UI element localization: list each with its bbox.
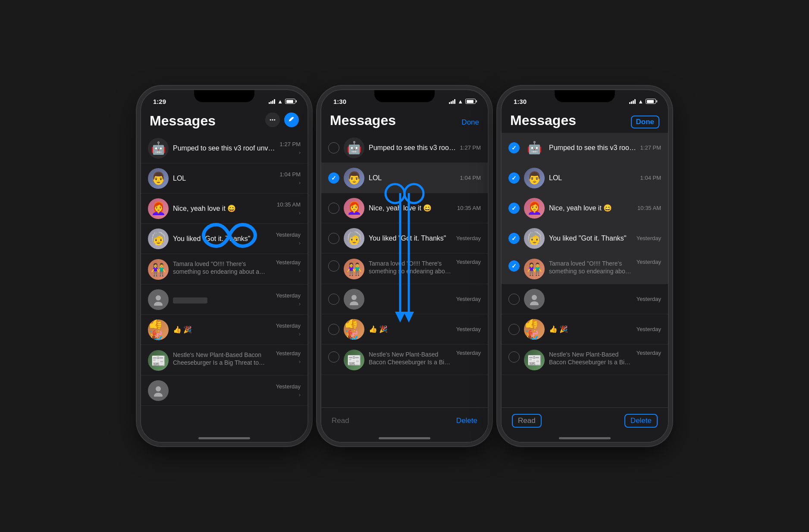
message-item-1-5[interactable]: 👫 Tamara loved "O!!!! There's something …: [141, 254, 307, 285]
msg-content-2-5: Tamara loved "O!!!! There's something so…: [369, 259, 453, 275]
messages-header-1: Messages: [141, 109, 307, 133]
svg-point-16: [530, 301, 539, 305]
avatar-3-1: 🤖: [524, 138, 545, 158]
message-item-2-6[interactable]: Yesterday: [321, 284, 488, 314]
message-item-3-1[interactable]: 🤖 Pumped to see this v3 roof unveil! 1:2…: [502, 133, 668, 163]
person-icon-3-6: [528, 293, 540, 305]
chevron-icon-1-5: ›: [299, 267, 301, 274]
select-circle-3-8[interactable]: [508, 351, 520, 363]
message-item-3-3[interactable]: 👩‍🦰 Nice, yeah love it 😄 10:35 AM: [502, 193, 668, 223]
select-circle-3-3[interactable]: [508, 203, 520, 214]
msg-content-1-6: [173, 296, 273, 304]
msg-meta-3-7: Yesterday: [637, 326, 661, 332]
svg-point-14: [350, 301, 358, 305]
person-icon-1-9: [152, 385, 164, 397]
msg-content-1-1: Pumped to see this v3 roof unveil!: [173, 144, 276, 152]
msg-name-1-3: Nice, yeah love it 😄: [173, 204, 273, 213]
time-3: 1:30: [514, 98, 527, 105]
message-item-1-7[interactable]: 👍🎉 👍 🎉 Yesterday ›: [141, 315, 307, 345]
delete-button-3[interactable]: Delete: [624, 414, 658, 428]
select-circle-3-5[interactable]: [508, 260, 520, 272]
message-item-2-5[interactable]: 👫 Tamara loved "O!!!! There's something …: [321, 253, 488, 284]
msg-content-2-7: 👍 🎉: [369, 325, 453, 333]
done-button-2[interactable]: Done: [461, 118, 479, 128]
msg-meta-1-2: 1:04 PM ›: [280, 171, 301, 186]
message-item-2-4[interactable]: 🧓 You liked "Got it. Thanks" Yesterday: [321, 223, 488, 253]
msg-meta-3-2: 1:04 PM: [640, 175, 661, 181]
msg-meta-2-5: Yesterday: [456, 259, 481, 265]
avatar-2-5: 👫: [344, 259, 364, 279]
avatar-1-4: 🧓: [148, 228, 169, 249]
avatar-3-5: 👫: [524, 259, 545, 279]
select-circle-2-2[interactable]: [328, 172, 339, 184]
message-item-2-3[interactable]: 👩‍🦰 Nice, yeah love it 😄 10:35 AM: [321, 193, 488, 223]
message-item-1-9[interactable]: Yesterday ›: [141, 376, 307, 406]
read-button-2[interactable]: Read: [332, 416, 349, 425]
wifi-icon-2: ▲: [458, 98, 463, 105]
home-indicator-1: [198, 437, 250, 439]
message-item-1-2[interactable]: 👨 LOL 1:04 PM ›: [141, 163, 307, 194]
msg-meta-1-7: Yesterday ›: [276, 322, 301, 337]
message-item-3-5[interactable]: 👫 Tamara loved "O!!!! There's something …: [502, 253, 668, 284]
more-icon-1: [269, 116, 276, 123]
msg-content-3-1: Pumped to see this v3 roof unveil!: [549, 144, 637, 152]
svg-point-6: [154, 393, 163, 397]
message-item-1-8[interactable]: 📰 Nestle's New Plant-Based Bacon Cheeseb…: [141, 345, 307, 376]
select-circle-2-5[interactable]: [328, 260, 339, 272]
select-circle-2-3[interactable]: [328, 203, 339, 214]
avatar-3-6: [524, 289, 545, 310]
select-circle-3-4[interactable]: [508, 233, 520, 244]
chevron-icon-1-8: ›: [299, 358, 301, 365]
msg-preview-1-8: Nestle's New Plant-Based Bacon Cheesebur…: [173, 351, 273, 366]
compose-button-1[interactable]: [284, 113, 299, 127]
msg-name-2-7: 👍 🎉: [369, 325, 453, 333]
more-button-1[interactable]: [265, 113, 280, 127]
select-circle-2-1[interactable]: [328, 142, 339, 153]
message-item-2-7[interactable]: 👍🎉 👍 🎉 Yesterday: [321, 314, 488, 344]
message-item-1-1[interactable]: 🤖 Pumped to see this v3 roof unveil! 1:2…: [141, 133, 307, 163]
msg-meta-3-4: Yesterday: [637, 235, 661, 241]
messages-title-3: Messages: [510, 113, 576, 128]
person-icon-2-6: [348, 293, 360, 305]
avatar-2-6: [344, 289, 364, 310]
chevron-icon-1-2: ›: [299, 179, 301, 186]
msg-preview-2-5: Tamara loved "O!!!! There's something so…: [369, 260, 453, 275]
message-item-1-3[interactable]: 👩‍🦰 Nice, yeah love it 😄 10:35 AM ›: [141, 194, 307, 224]
chevron-icon-1-1: ›: [299, 149, 301, 156]
message-item-3-4[interactable]: 🧓 You liked "Got it. Thanks" Yesterday: [502, 223, 668, 253]
message-item-2-2[interactable]: 👨 LOL 1:04 PM: [321, 163, 488, 193]
message-item-3-7[interactable]: 👍🎉 👍 🎉 Yesterday: [502, 314, 668, 344]
message-item-3-8[interactable]: 📰 Nestle's New Plant-Based Bacon Cheeseb…: [502, 344, 668, 375]
svg-point-3: [156, 295, 161, 300]
msg-meta-3-1: 1:27 PM: [640, 144, 661, 151]
messages-header-2: Messages Done: [321, 109, 488, 133]
select-circle-2-6[interactable]: [328, 294, 339, 305]
select-circle-2-4[interactable]: [328, 233, 339, 244]
select-circle-3-7[interactable]: [508, 324, 520, 335]
avatar-1-6: [148, 289, 169, 310]
message-item-2-1[interactable]: 🤖 Pumped to see this v3 roof unveil! 1:2…: [321, 133, 488, 163]
compose-icon-1: [288, 116, 295, 123]
select-circle-2-7[interactable]: [328, 324, 339, 335]
done-button-3[interactable]: Done: [631, 116, 660, 128]
message-item-1-6[interactable]: Yesterday ›: [141, 285, 307, 315]
select-circle-3-2[interactable]: [508, 172, 520, 184]
msg-meta-3-8: Yesterday: [637, 350, 661, 356]
msg-meta-1-3: 10:35 AM ›: [277, 201, 301, 216]
read-button-3[interactable]: Read: [512, 414, 542, 428]
message-item-3-2[interactable]: 👨 LOL 1:04 PM: [502, 163, 668, 193]
chevron-icon-1-3: ›: [299, 210, 301, 216]
delete-button-2[interactable]: Delete: [456, 416, 477, 425]
avatar-2-1: 🤖: [344, 138, 364, 158]
time-2: 1:30: [333, 98, 346, 105]
msg-name-3-3: Nice, yeah love it 😄: [549, 204, 634, 212]
message-list-1: 🤖 Pumped to see this v3 roof unveil! 1:2…: [141, 133, 307, 406]
select-circle-3-1[interactable]: [508, 142, 520, 153]
status-icons-2: ▲: [449, 98, 476, 105]
select-circle-3-6[interactable]: [508, 294, 520, 305]
message-item-3-6[interactable]: Yesterday: [502, 284, 668, 314]
message-item-2-8[interactable]: 📰 Nestle's New Plant-Based Bacon Cheeseb…: [321, 344, 488, 375]
avatar-1-3: 👩‍🦰: [148, 198, 169, 219]
msg-preview-1-6: [173, 297, 207, 304]
select-circle-2-8[interactable]: [328, 351, 339, 363]
